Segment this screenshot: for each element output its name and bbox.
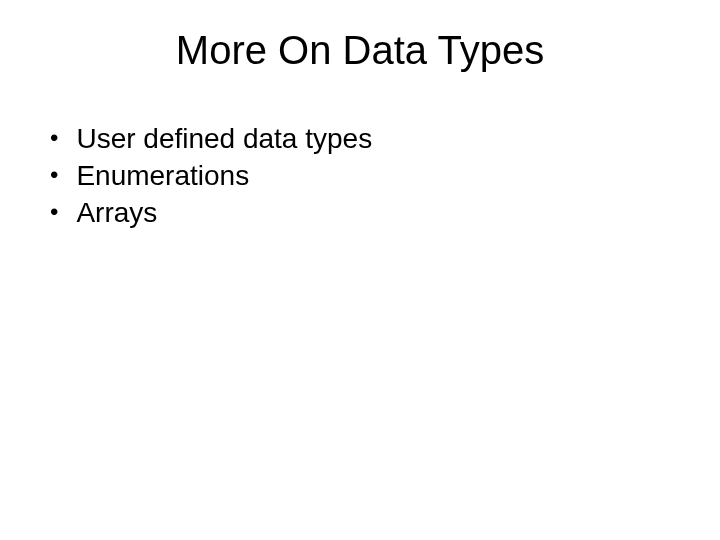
slide-container: More On Data Types User defined data typ… (0, 0, 720, 540)
bullet-text: User defined data types (76, 121, 372, 156)
list-item: User defined data types (50, 121, 690, 156)
list-item: Enumerations (50, 158, 690, 193)
bullet-text: Arrays (76, 195, 157, 230)
slide-title: More On Data Types (30, 28, 690, 73)
bullet-list: User defined data types Enumerations Arr… (30, 121, 690, 230)
list-item: Arrays (50, 195, 690, 230)
bullet-text: Enumerations (76, 158, 249, 193)
